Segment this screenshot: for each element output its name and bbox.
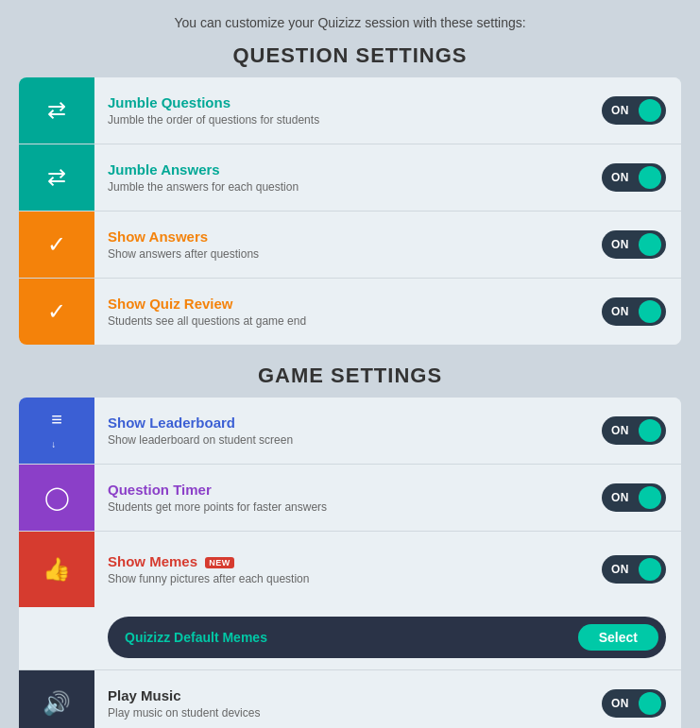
jumble-answers-row: ⇄ Jumble Answers Jumble the answers for … (19, 144, 681, 212)
play-music-toggle-label: ON (611, 697, 629, 710)
show-memes-label: Show Memes NEW (108, 553, 573, 569)
question-timer-toggle-knob (639, 486, 661, 509)
show-quiz-review-content: Show Quiz Review Students see all questi… (94, 286, 587, 337)
play-music-content: Play Music Play music on student devices (94, 678, 587, 728)
meme-selector: Quizizz Default Memes Select (108, 617, 666, 658)
question-settings-title: QUESTION SETTINGS (19, 43, 681, 68)
play-music-row: 🔊 Play Music Play music on student devic… (19, 670, 681, 728)
jumble-answers-toggle-container: ON (587, 163, 681, 192)
show-quiz-review-toggle-container: ON (587, 297, 681, 326)
new-badge: NEW (205, 557, 234, 568)
jumble-answers-label: Jumble Answers (108, 161, 573, 178)
play-music-toggle-container: ON (587, 689, 681, 718)
jumble-questions-toggle-label: ON (611, 104, 629, 117)
show-memes-toggle-container: ON (587, 555, 681, 584)
show-leaderboard-label: Show Leaderboard (108, 415, 573, 431)
jumble-questions-toggle-knob (639, 99, 661, 122)
jumble-questions-desc: Jumble the order of questions for studen… (108, 113, 573, 127)
shuffle-icon: ⇄ (47, 164, 66, 191)
question-timer-toggle-label: ON (611, 491, 629, 504)
show-memes-content: Show Memes NEW Show funny pictures after… (94, 544, 587, 595)
jumble-questions-content: Jumble Questions Jumble the order of que… (94, 85, 587, 136)
jumble-answers-toggle[interactable]: ON (602, 163, 666, 192)
question-timer-toggle[interactable]: ON (602, 483, 666, 512)
check-icon: ✓ (47, 231, 66, 258)
show-leaderboard-toggle-label: ON (611, 424, 629, 437)
show-quiz-review-toggle-knob (639, 300, 661, 323)
jumble-questions-toggle-container: ON (587, 96, 681, 125)
show-answers-toggle[interactable]: ON (602, 230, 666, 259)
show-memes-row: 👍 Show Memes NEW Show funny pictures aft… (19, 532, 681, 670)
play-music-icon-box: 🔊 (19, 670, 94, 728)
show-leaderboard-desc: Show leaderboard on student screen (108, 433, 573, 447)
show-quiz-review-icon-box: ✓ (19, 279, 94, 345)
jumble-answers-toggle-knob (639, 166, 661, 189)
jumble-answers-content: Jumble Answers Jumble the answers for ea… (94, 152, 587, 203)
show-memes-toggle-knob (639, 558, 661, 581)
meme-selector-text: Quizizz Default Memes (125, 630, 267, 645)
game-settings-card: ≡↓ Show Leaderboard Show leaderboard on … (19, 398, 681, 728)
show-memes-toggle[interactable]: ON (602, 555, 666, 584)
jumble-questions-label: Jumble Questions (108, 94, 573, 110)
question-settings-card: ⇄ Jumble Questions Jumble the order of q… (19, 77, 681, 345)
show-answers-row: ✓ Show Answers Show answers after questi… (19, 212, 681, 279)
show-answers-icon-box: ✓ (19, 212, 94, 278)
thumbsup-icon: 👍 (43, 556, 71, 583)
question-timer-label: Question Timer (108, 482, 573, 498)
show-quiz-review-toggle[interactable]: ON (602, 297, 666, 326)
jumble-questions-icon-box: ⇄ (19, 77, 94, 144)
question-timer-content: Question Timer Students get more points … (94, 472, 587, 523)
question-timer-toggle-container: ON (587, 483, 681, 512)
show-quiz-review-toggle-label: ON (611, 305, 629, 318)
show-memes-icon-box: 👍 (19, 532, 94, 607)
question-timer-icon-box: ◯ (19, 465, 94, 531)
play-music-desc: Play music on student devices (108, 706, 573, 720)
show-quiz-review-desc: Students see all questions at game end (108, 314, 573, 328)
show-leaderboard-toggle-knob (639, 419, 661, 442)
play-music-toggle[interactable]: ON (602, 689, 666, 718)
show-answers-toggle-label: ON (611, 238, 629, 251)
check-icon: ✓ (47, 298, 66, 325)
play-music-toggle-knob (639, 692, 661, 715)
show-quiz-review-label: Show Quiz Review (108, 296, 573, 312)
meme-selector-row: Quizizz Default Memes Select (19, 607, 681, 669)
show-answers-content: Show Answers Show answers after question… (94, 219, 587, 270)
show-answers-toggle-knob (639, 233, 661, 256)
header-top-text: You can customize your Quizizz session w… (19, 9, 681, 30)
show-answers-desc: Show answers after questions (108, 247, 573, 261)
speaker-icon: 🔊 (43, 690, 71, 717)
bars-icon: ≡↓ (51, 409, 62, 452)
show-leaderboard-icon-box: ≡↓ (19, 398, 94, 464)
show-memes-desc: Show funny pictures after each question (108, 572, 573, 585)
show-leaderboard-content: Show Leaderboard Show leaderboard on stu… (94, 405, 587, 456)
show-leaderboard-toggle[interactable]: ON (602, 416, 666, 445)
jumble-answers-desc: Jumble the answers for each question (108, 180, 573, 194)
clock-icon: ◯ (44, 484, 70, 511)
jumble-questions-row: ⇄ Jumble Questions Jumble the order of q… (19, 77, 681, 144)
question-timer-row: ◯ Question Timer Students get more point… (19, 465, 681, 532)
question-timer-desc: Students get more points for faster answ… (108, 500, 573, 514)
shuffle-icon: ⇄ (47, 97, 66, 124)
show-memes-toggle-label: ON (611, 563, 629, 576)
show-answers-toggle-container: ON (587, 230, 681, 259)
show-leaderboard-toggle-container: ON (587, 416, 681, 445)
show-memes-top: 👍 Show Memes NEW Show funny pictures aft… (19, 532, 681, 607)
show-leaderboard-row: ≡↓ Show Leaderboard Show leaderboard on … (19, 398, 681, 465)
jumble-answers-toggle-label: ON (611, 171, 629, 184)
show-quiz-review-row: ✓ Show Quiz Review Students see all ques… (19, 279, 681, 345)
jumble-answers-icon-box: ⇄ (19, 144, 94, 211)
show-answers-label: Show Answers (108, 229, 573, 245)
play-music-label: Play Music (108, 687, 573, 703)
select-button[interactable]: Select (578, 624, 658, 651)
jumble-questions-toggle[interactable]: ON (602, 96, 666, 125)
game-settings-title: GAME SETTINGS (19, 364, 681, 388)
